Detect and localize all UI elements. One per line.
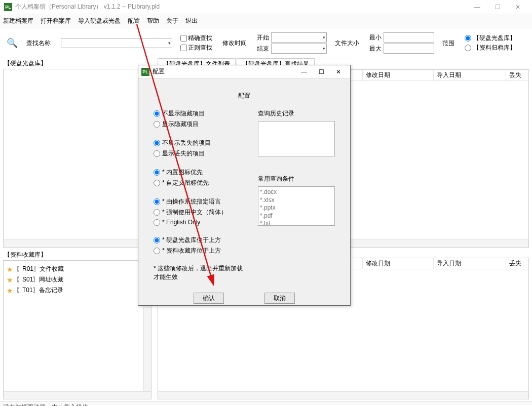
star-icon: ★ (7, 265, 13, 273)
radio-icon-builtin[interactable]: * 内置图标优先 (154, 168, 246, 177)
maximize-button[interactable]: ☐ (487, 2, 508, 13)
col-import-date[interactable]: 导入日期 (434, 258, 506, 269)
radio-show-hidden[interactable]: 显示隐藏项目 (154, 120, 246, 129)
exact-search-checkbox[interactable]: 精确查找 (180, 34, 212, 43)
scrollbar-h[interactable] (158, 391, 528, 399)
col-mod-date[interactable]: 修改日期 (363, 70, 434, 80)
col-import-date[interactable]: 导入日期 (434, 70, 506, 80)
menu-exit[interactable]: 退出 (185, 17, 198, 25)
radio-pos-disk[interactable]: * 硬盘光盘库位于上方 (154, 236, 246, 245)
star-icon: ★ (7, 276, 13, 284)
col-mod-date[interactable]: 修改日期 (363, 258, 434, 269)
menu-open[interactable]: 打开档案库 (41, 17, 71, 25)
min-size-input[interactable] (384, 32, 434, 43)
collection-label: 【资料收藏库】 (0, 250, 155, 260)
window-title: 个人档案馆（Personal Library） v1.1.2 -- PLibra… (15, 3, 467, 11)
menu-about[interactable]: 关于 (166, 17, 178, 25)
config-dialog: PL 配置 — ☐ ✕ 配置 不显示隐藏项目 显示隐藏项目 不显示丢失的项目 显… (138, 65, 351, 306)
history-label: 查询历史记录 (258, 109, 335, 118)
scope-disk-radio[interactable]: 【硬盘光盘库】 (465, 34, 516, 43)
dialog-title: 配置 (153, 67, 295, 76)
filesize-label: 文件大小 (335, 39, 359, 48)
dialog-heading: 配置 (154, 88, 335, 109)
list-item[interactable]: ★〖S01〗网址收藏 (7, 274, 148, 285)
history-listbox[interactable] (258, 121, 335, 156)
radio-lang-os[interactable]: * 由操作系统指定语言 (154, 197, 246, 206)
app-icon: PL (141, 68, 149, 76)
start-date-combo[interactable]: ▾ (271, 32, 327, 43)
radio-show-lost[interactable]: 显示丢失的项目 (154, 149, 246, 158)
menu-bar: 新建档案库 打开档案库 导入硬盘或光盘 配置 帮助 关于 退出 (0, 14, 532, 28)
dialog-maximize[interactable]: ☐ (313, 68, 330, 75)
disk-lib-label: 【硬盘光盘库】 (0, 58, 155, 69)
radio-hide-lost[interactable]: 不显示丢失的项目 (154, 139, 246, 147)
list-item[interactable]: ★〖T01〗备忘记录 (7, 285, 148, 296)
search-name-combo[interactable]: ▾ (61, 38, 172, 48)
star-icon: ★ (7, 287, 13, 295)
menu-import[interactable]: 导入硬盘或光盘 (78, 17, 121, 25)
radio-icon-custom[interactable]: * 自定义图标优先 (154, 179, 246, 187)
search-icon: 🔍 (6, 37, 18, 49)
query-label: 常用查询条件 (258, 175, 335, 183)
modtime-label: 修改时间 (222, 39, 247, 48)
regex-search-checkbox[interactable]: 正则查找 (180, 44, 212, 52)
start-label: 开始 (257, 33, 269, 42)
menu-new[interactable]: 新建档案库 (3, 17, 33, 25)
scrollbar-h[interactable] (4, 239, 151, 247)
end-date-combo[interactable]: ▾ (271, 44, 327, 54)
disk-lib-tree[interactable] (3, 69, 151, 248)
app-icon: PL (4, 3, 12, 11)
collection-tree[interactable]: ★〖R01〗文件收藏 ★〖S01〗网址收藏 ★〖T01〗备忘记录 (3, 260, 151, 399)
radio-lang-en[interactable]: * English Only (154, 219, 246, 226)
menu-help[interactable]: 帮助 (147, 17, 159, 25)
col-lost[interactable]: 丢失 (506, 258, 526, 269)
max-label: 最大 (369, 45, 382, 53)
dialog-close[interactable]: ✕ (330, 68, 347, 75)
min-label: 最小 (369, 33, 382, 42)
restart-note: * 这些项修改后，退出并重新加载才能生效 (154, 264, 246, 281)
status-bar: 没有选择驱动器，中止导入操作 (0, 401, 532, 406)
cancel-button[interactable]: 取消 (264, 293, 295, 304)
list-item[interactable]: ★〖R01〗文件收藏 (7, 264, 148, 274)
radio-hide-hidden[interactable]: 不显示隐藏项目 (154, 109, 246, 118)
search-toolbar: 🔍 查找名称 ▾ 精确查找 正则查找 修改时间 开始▾ 结束▾ 文件大小 最小 … (0, 28, 532, 58)
max-size-input[interactable] (384, 44, 434, 54)
menu-config[interactable]: 配置 (128, 17, 140, 25)
title-bar: PL 个人档案馆（Personal Library） v1.1.2 -- PLi… (0, 0, 532, 14)
ok-button[interactable]: 确认 (194, 293, 224, 304)
radio-pos-collection[interactable]: * 资料收藏库位于上方 (154, 247, 246, 255)
dialog-minimize[interactable]: — (295, 68, 313, 75)
scrollbar-h[interactable] (4, 391, 151, 399)
scope-archive-radio[interactable]: 【资料归档库】 (465, 44, 516, 52)
query-listbox[interactable]: *.docx *.xlsx *.pptx *.pdf *.txt (258, 186, 335, 226)
close-button[interactable]: ✕ (508, 2, 528, 13)
radio-lang-cn[interactable]: * 强制使用中文（简体） (154, 208, 246, 217)
search-name-label: 查找名称 (26, 39, 51, 48)
end-label: 结束 (257, 45, 269, 53)
col-lost[interactable]: 丢失 (506, 70, 526, 80)
minimize-button[interactable]: — (467, 2, 487, 13)
scope-label: 范围 (442, 39, 454, 48)
